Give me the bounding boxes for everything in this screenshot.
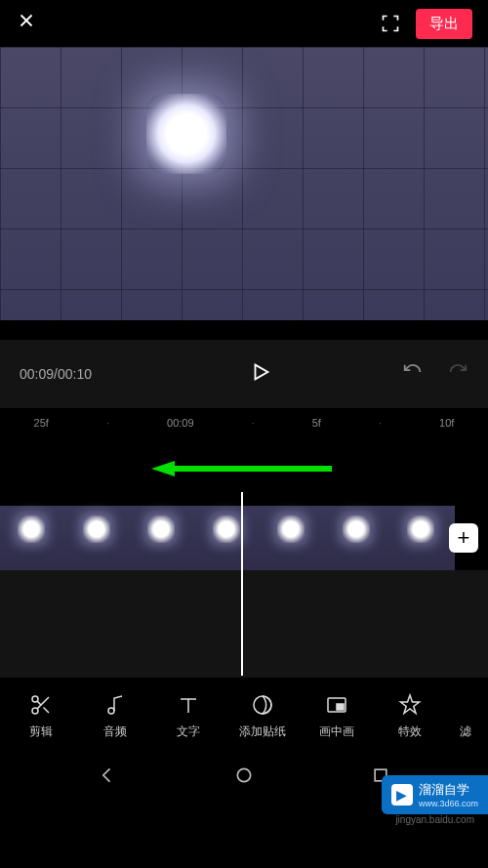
preview-content	[0, 47, 488, 320]
tool-label: 特效	[398, 723, 422, 740]
svg-point-0	[32, 696, 38, 702]
sticker-icon	[251, 692, 274, 718]
tool-label: 音频	[103, 723, 127, 740]
annotation-overlay	[0, 437, 488, 506]
add-clip-button[interactable]: +	[449, 523, 478, 553]
timeline-frame[interactable]	[325, 506, 390, 570]
preview-content-light	[146, 94, 226, 174]
video-preview[interactable]	[0, 47, 488, 320]
footer-attribution: jingyan.baidu.com	[395, 814, 474, 825]
svg-point-2	[108, 708, 114, 714]
timeline-frame[interactable]	[0, 506, 65, 570]
scissors-icon	[29, 692, 53, 718]
tool-pip[interactable]: 画中画	[304, 692, 370, 740]
export-button[interactable]: 导出	[416, 9, 472, 39]
tool-label: 滤	[460, 723, 471, 740]
tool-edit[interactable]: 剪辑	[8, 692, 74, 740]
svg-point-6	[237, 768, 250, 781]
timeline-ruler: 25f · 00:09 · 5f · 10f	[0, 408, 488, 437]
play-icon: ▶	[391, 784, 413, 806]
play-button[interactable]	[250, 361, 271, 387]
tool-label: 画中画	[319, 723, 354, 740]
watermark-badge: ▶ 溜溜自学 www.3d66.com	[382, 775, 488, 814]
tool-filter[interactable]: 滤	[451, 692, 480, 740]
tool-audio[interactable]: 音频	[82, 692, 148, 740]
timeline-empty-area[interactable]	[0, 570, 488, 678]
svg-point-1	[32, 708, 38, 714]
fullscreen-icon[interactable]	[381, 14, 400, 33]
timeline-frame[interactable]	[389, 506, 455, 570]
nav-home-button[interactable]	[234, 765, 254, 789]
timeline-frame[interactable]	[130, 506, 195, 570]
tool-label: 剪辑	[29, 723, 53, 740]
tool-sticker[interactable]: 添加贴纸	[229, 692, 296, 740]
timeline-frame[interactable]	[65, 506, 131, 570]
timeline-frame[interactable]	[195, 506, 261, 570]
star-icon	[398, 692, 422, 718]
undo-button[interactable]	[402, 361, 424, 387]
music-note-icon	[103, 692, 127, 718]
tool-text[interactable]: 文字	[155, 692, 222, 740]
redo-button	[447, 361, 468, 387]
tool-label: 添加贴纸	[239, 723, 286, 740]
tool-effects[interactable]: 特效	[377, 692, 443, 740]
arrow-annotation	[151, 461, 332, 476]
tool-label: 文字	[177, 723, 200, 740]
playhead[interactable]	[241, 492, 243, 676]
nav-back-button[interactable]	[98, 765, 117, 789]
close-button[interactable]	[16, 10, 37, 37]
time-display: 00:09/00:10	[20, 366, 92, 382]
timeline-frame[interactable]	[260, 506, 325, 570]
svg-rect-5	[337, 704, 344, 710]
text-icon	[177, 692, 200, 718]
timeline-track[interactable]: +	[0, 506, 488, 570]
tool-bar: 剪辑 音频 文字 添加贴纸 画中画	[0, 678, 488, 754]
pip-icon	[325, 692, 348, 718]
